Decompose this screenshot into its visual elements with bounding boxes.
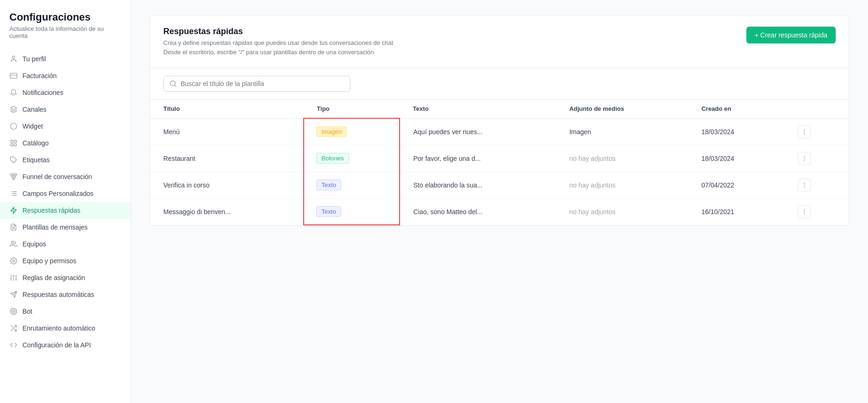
sidebar-item-api[interactable]: Configuración de la API	[0, 337, 131, 353]
sidebar-item-equipos[interactable]: Equipos	[0, 236, 131, 252]
sidebar-item-notificaciones[interactable]: Notificaciones	[0, 84, 131, 101]
circle-icon	[9, 122, 18, 130]
sidebar-item-plantillas[interactable]: Plantillas de mensajes	[0, 219, 131, 236]
sidebar-item-label: Tu perfil	[22, 55, 46, 63]
svg-point-57	[804, 185, 805, 186]
shuffle-icon	[9, 324, 18, 332]
search-input[interactable]	[181, 80, 344, 87]
users-icon	[9, 240, 18, 248]
cell-tipo: Texto	[304, 172, 400, 198]
cell-creado: 07/04/2022	[688, 172, 785, 198]
svg-point-50	[804, 130, 805, 130]
sidebar-item-catalogo[interactable]: Catálogo	[0, 135, 131, 151]
sidebar-item-label: Bot	[22, 308, 32, 315]
card-header: Respuestas rápidas Crea y define respues…	[150, 15, 849, 68]
row-action-button[interactable]	[798, 179, 811, 192]
sidebar-item-label: Canales	[22, 106, 46, 113]
sidebar-item-etiquetas[interactable]: Etiquetas	[0, 151, 131, 168]
cell-creado: 18/03/2024	[688, 118, 785, 145]
sidebar-item-label: Reglas de asignación	[22, 274, 85, 281]
list-icon	[9, 189, 18, 198]
col-header-actions	[785, 100, 849, 118]
cpu-icon	[9, 307, 18, 316]
svg-point-53	[804, 156, 805, 157]
row-action-button[interactable]	[798, 205, 811, 218]
cell-tipo: Botones	[304, 145, 400, 172]
col-header-título: Título	[150, 100, 304, 118]
card-description-1: Crea y define respuestas rápidas que pue…	[163, 38, 393, 57]
svg-point-59	[804, 209, 805, 210]
sliders-icon	[9, 273, 18, 282]
sidebar-item-campos[interactable]: Campos Personalizados	[0, 185, 131, 202]
sidebar-item-funnel[interactable]: Funnel de conversación	[0, 168, 131, 185]
sidebar: Configuraciones Actualice toda la inform…	[0, 0, 131, 403]
sidebar-item-label: Funnel de conversación	[22, 173, 92, 180]
create-button[interactable]: + Crear respuesta rápida	[746, 27, 836, 43]
sidebar-item-label: Widget	[22, 122, 43, 130]
table-body: MenúImagenAquí puedes ver nues...Imagen1…	[150, 118, 849, 225]
funnel-icon	[9, 173, 18, 181]
type-badge: Imagen	[316, 126, 347, 137]
svg-rect-6	[14, 140, 16, 143]
sidebar-item-label: Catálogo	[22, 139, 49, 147]
responses-table: TítuloTipoTextoAdjunto de mediosCreado e…	[150, 100, 849, 225]
sidebar-item-enrutamiento[interactable]: Enrutamiento automático	[0, 320, 131, 337]
row-action-button[interactable]	[798, 125, 811, 138]
svg-rect-1	[10, 73, 17, 79]
svg-point-60	[804, 211, 805, 212]
cell-texto: Sto elaborando la sua...	[400, 172, 556, 198]
table-wrapper: TítuloTipoTextoAdjunto de mediosCreado e…	[150, 100, 849, 225]
page-title: Configuraciones	[9, 11, 121, 23]
bell-icon	[9, 88, 18, 97]
cell-adjunto: no hay adjuntos	[556, 198, 688, 225]
svg-rect-5	[11, 140, 13, 143]
cell-titulo: Restaurant	[150, 145, 304, 172]
table-head: TítuloTipoTextoAdjunto de mediosCreado e…	[150, 100, 849, 118]
code-icon	[9, 341, 18, 349]
sidebar-item-reglas[interactable]: Reglas de asignación	[0, 269, 131, 286]
cell-titulo: Menú	[150, 118, 304, 145]
cell-actions	[785, 172, 849, 198]
svg-point-52	[804, 133, 805, 134]
card-header-text: Respuestas rápidas Crea y define respues…	[163, 27, 393, 57]
cell-titulo: Verifica in corso	[150, 172, 304, 198]
sidebar-item-label: Respuestas rápidas	[22, 207, 80, 214]
type-badge: Texto	[316, 180, 341, 190]
file-text-icon	[9, 223, 18, 231]
svg-point-56	[804, 183, 805, 184]
svg-point-61	[804, 213, 805, 214]
settings-icon	[9, 257, 18, 265]
sidebar-item-widget[interactable]: Widget	[0, 118, 131, 135]
sidebar-item-label: Enrutamiento automático	[22, 324, 95, 332]
sidebar-item-facturacion[interactable]: Facturación	[0, 67, 131, 84]
sidebar-item-perfil[interactable]: Tu perfil	[0, 50, 131, 67]
table-row: RestaurantBotonesPor favor, elige una d.…	[150, 145, 849, 172]
cell-titulo: Messaggio di benven...	[150, 198, 304, 225]
table-row: Messaggio di benven...TextoCiao, sono Ma…	[150, 198, 849, 225]
type-badge: Texto	[316, 206, 341, 217]
svg-rect-7	[14, 144, 16, 146]
sidebar-item-canales[interactable]: Canales	[0, 101, 131, 118]
search-box	[163, 76, 350, 92]
sidebar-item-respuestas-automaticas[interactable]: Respuestas automáticas	[0, 286, 131, 303]
search-container	[150, 68, 849, 100]
svg-line-47	[11, 326, 13, 327]
cell-actions	[785, 118, 849, 145]
row-action-button[interactable]	[798, 152, 811, 165]
col-header-texto: Texto	[400, 100, 556, 118]
svg-rect-36	[13, 310, 15, 312]
cell-adjunto: no hay adjuntos	[556, 172, 688, 198]
type-badge: Botones	[316, 153, 349, 164]
cell-tipo: Texto	[304, 198, 400, 225]
svg-rect-8	[11, 144, 13, 146]
cell-tipo: Imagen	[304, 118, 400, 145]
svg-point-23	[13, 260, 15, 262]
credit-card-icon	[9, 72, 18, 80]
svg-point-4	[10, 123, 16, 129]
sidebar-item-respuestas-rapidas[interactable]: Respuestas rápidas	[0, 202, 131, 219]
svg-point-0	[12, 56, 15, 58]
sidebar-nav: Tu perfil Facturación Notificaciones Can…	[0, 50, 131, 353]
tag-icon	[9, 156, 18, 164]
sidebar-item-equipo-permisos[interactable]: Equipo y permisos	[0, 252, 131, 269]
sidebar-item-bot[interactable]: Bot	[0, 303, 131, 320]
